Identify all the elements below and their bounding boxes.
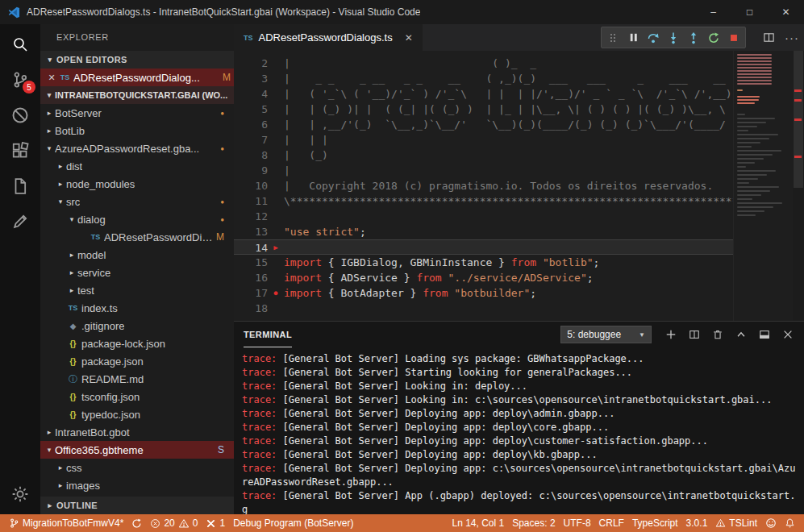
tree-item-dist[interactable]: ▸dist <box>40 157 234 175</box>
chevron-down-icon: ▾ <box>66 215 77 223</box>
toggle-panel-icon[interactable] <box>758 328 771 341</box>
scrollbar[interactable] <box>793 51 804 321</box>
minimap-line <box>737 60 772 62</box>
tree-item-test[interactable]: ▸test <box>40 281 234 299</box>
status-badge: S <box>218 444 227 455</box>
minimap-line <box>737 114 745 115</box>
stop-button[interactable] <box>727 31 741 45</box>
feedback-smiley[interactable] <box>761 514 781 532</box>
minimize-button[interactable]: – <box>695 0 731 24</box>
typescript-version[interactable]: 3.0.1 <box>682 514 712 532</box>
gutter <box>268 301 284 316</box>
terminal-text: [General Bot Server] Starting looking fo… <box>277 367 632 378</box>
line-number: 16 <box>234 270 268 285</box>
kill-terminal-icon[interactable] <box>711 328 724 341</box>
current-statement-icon: ▶ <box>268 240 284 254</box>
encoding-indicator[interactable]: UTF-8 <box>560 514 595 532</box>
close-editor-icon[interactable]: ✕ <box>45 73 58 83</box>
tree-item-office365-gbtheme[interactable]: ▾Office365.gbthemeS <box>40 441 234 459</box>
indentation-indicator[interactable]: Spaces: 2 <box>508 514 559 532</box>
documents-icon[interactable] <box>10 176 31 197</box>
terminal-output[interactable]: trace: [General Bot Server] Loading sys … <box>234 347 804 514</box>
tree-item-readme-md[interactable]: ⓘREADME.md <box>40 370 234 388</box>
close-panel-icon[interactable] <box>781 328 794 341</box>
outline-header[interactable]: ▸ OUTLINE <box>40 497 234 514</box>
tree-item-intranetbot-gbot[interactable]: ▸IntranetBot.gbot <box>40 423 234 441</box>
code-line: 8| (_) | <box>234 148 733 163</box>
close-button[interactable]: ✕ <box>768 0 804 24</box>
restart-button[interactable] <box>706 31 721 45</box>
trace-prefix: trace: <box>242 367 277 378</box>
settings-gear-icon[interactable] <box>10 484 31 505</box>
terminal-text: [General Bot Server] Deploying app: depl… <box>277 408 614 419</box>
tree-item-node-modules[interactable]: ▸node_modules <box>40 175 234 193</box>
line-number: 18 <box>234 301 268 316</box>
more-actions-icon[interactable]: ··· <box>785 31 799 44</box>
tree-item-model[interactable]: ▸model <box>40 246 234 264</box>
tree-item-adresetpassworddial-[interactable]: TSADResetPasswordDial...M <box>40 228 234 246</box>
edit-icon[interactable] <box>10 211 31 232</box>
tree-item-label: AzureADPasswordReset.gba... <box>55 143 199 155</box>
search-icon[interactable] <box>10 34 31 55</box>
minimap-line <box>737 166 746 168</box>
minimap-line <box>737 126 757 127</box>
tree-item-images[interactable]: ▸images <box>40 476 234 494</box>
tree-item-botlib[interactable]: ▸BotLib <box>40 122 234 139</box>
language-indicator[interactable]: TypeScript <box>628 514 682 532</box>
minimap-line <box>737 154 773 156</box>
chevron-down-icon: ▼ <box>639 331 645 339</box>
problems-indicator[interactable]: 20 0 <box>146 514 202 532</box>
maximize-button[interactable]: □ <box>731 0 768 24</box>
tab-close-icon[interactable]: ✕ <box>405 32 413 44</box>
open-editors-header[interactable]: ▾ OPEN EDITORS <box>40 51 234 69</box>
trace-prefix: trace: <box>242 463 277 474</box>
window-title: ADResetPasswordDialogs.ts - IntranetBotQ… <box>27 6 420 18</box>
tree-item-src[interactable]: ▾src● <box>40 193 234 210</box>
line-number: 4 <box>234 86 268 102</box>
tree-item-package-lock-json[interactable]: {}package-lock.json <box>40 335 234 352</box>
debug-icon[interactable] <box>10 105 31 126</box>
split-editor-icon[interactable] <box>762 31 775 44</box>
sync-indicator[interactable] <box>127 514 146 532</box>
tree-item-index-ts[interactable]: TSindex.ts <box>40 299 234 317</box>
tree-item-service[interactable]: ▸service <box>40 264 234 281</box>
step-out-button[interactable] <box>686 31 701 45</box>
tree-item-package-json[interactable]: {}package.json <box>40 352 234 370</box>
trace-prefix: trace: <box>242 435 277 447</box>
tree-item-typedoc-json[interactable]: {}typedoc.json <box>40 405 234 423</box>
maximize-panel-icon[interactable] <box>735 328 748 341</box>
source-control-icon[interactable]: 5 <box>10 69 31 90</box>
notifications-bell[interactable] <box>781 514 799 532</box>
drag-grip-icon[interactable] <box>606 31 620 45</box>
tree-item-dialog[interactable]: ▾dialog● <box>40 210 234 228</box>
tab-terminal[interactable]: TERMINAL <box>244 322 292 347</box>
cursor-position[interactable]: Ln 14, Col 1 <box>448 514 508 532</box>
tab-adresetpassworddialogs[interactable]: TS ADResetPasswordDialogs.ts ✕ <box>234 24 423 51</box>
line-number: 6 <box>234 117 268 132</box>
split-terminal-icon[interactable] <box>688 328 701 341</box>
debug-target[interactable]: Debug Program (BotServer) <box>229 514 357 532</box>
tslint-indicator[interactable]: TSLint <box>711 514 761 532</box>
step-into-button[interactable] <box>666 31 681 45</box>
tasks-indicator[interactable]: 1 <box>202 514 229 532</box>
title-bar: ADResetPasswordDialogs.ts - IntranetBotQ… <box>0 0 804 24</box>
code-editor[interactable]: 2| ( )_ _ |3| _ _ _ __ _ _ __ ( ,_)(_) _… <box>234 51 804 321</box>
pause-button[interactable] <box>626 31 640 45</box>
tree-item-tsconfig-json[interactable]: {}tsconfig.json <box>40 388 234 405</box>
step-over-button[interactable] <box>646 31 660 45</box>
tree-item-azureadpasswordreset-gba-[interactable]: ▾AzureADPasswordReset.gba...● <box>40 139 234 157</box>
eol-indicator[interactable]: CRLF <box>595 514 628 532</box>
open-editor-item[interactable]: ✕ TS ADResetPasswordDialog... M <box>40 69 234 86</box>
minimap[interactable] <box>733 51 793 321</box>
line-number: 3 <box>234 71 268 86</box>
line-content: "use strict"; <box>284 224 366 239</box>
minimap-line <box>737 54 772 56</box>
branch-indicator[interactable]: MigrationToBotFmwV4* <box>5 514 127 532</box>
terminal-selector[interactable]: 5: debuggee ▼ <box>560 326 652 343</box>
tree-item-css[interactable]: ▸css <box>40 459 234 476</box>
new-terminal-icon[interactable] <box>664 328 677 341</box>
tree-item-botserver[interactable]: ▸BotServer● <box>40 104 234 122</box>
tree-item--gitignore[interactable]: ◆.gitignore <box>40 317 234 335</box>
extensions-icon[interactable] <box>10 140 31 161</box>
workspace-folder-header[interactable]: ▾ INTRANETBOTQUICKSTART.GBAI (WO... <box>40 86 234 104</box>
